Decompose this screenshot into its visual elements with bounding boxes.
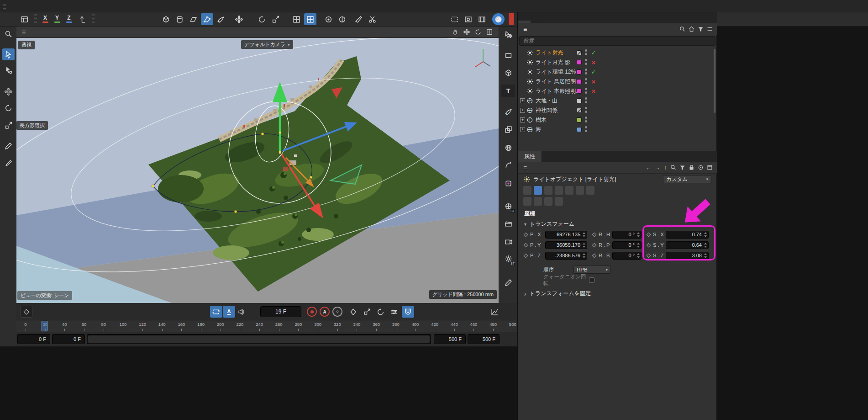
keyframe-dot[interactable] xyxy=(592,243,597,247)
spinner-icon[interactable] xyxy=(704,253,707,258)
lock-icon[interactable] xyxy=(687,163,696,172)
object-row[interactable]: + ライト 鳥居照明 × xyxy=(518,77,717,86)
rectangle-spline-icon[interactable] xyxy=(501,49,515,62)
spinner-icon[interactable] xyxy=(637,253,640,258)
visibility-dots[interactable] xyxy=(585,107,587,113)
selection-tool-label[interactable]: 長方形選択 xyxy=(16,121,48,130)
autokeying-button[interactable]: A xyxy=(320,307,330,317)
visibility-dots[interactable] xyxy=(585,88,587,94)
keyframe-dot[interactable] xyxy=(524,232,528,237)
red-bookmark-tab[interactable] xyxy=(509,13,514,25)
layer-color-chip[interactable] xyxy=(577,50,582,55)
attribute-tab[interactable] xyxy=(534,197,542,206)
timeline-range-track[interactable] xyxy=(87,334,431,344)
preset-dropdown[interactable]: カスタム▾ xyxy=(663,175,711,183)
layer-color-chip[interactable] xyxy=(577,60,582,65)
enable-state-icon[interactable]: × xyxy=(590,77,597,86)
plane-primitive-button[interactable] xyxy=(187,13,200,25)
camera-object-icon[interactable] xyxy=(501,235,515,248)
previous-key-button[interactable] xyxy=(125,306,137,318)
keyframe-dot[interactable] xyxy=(647,232,651,237)
camera-menu-icon[interactable]: ▾ xyxy=(288,43,290,47)
object-row[interactable]: + 海 xyxy=(518,125,717,134)
attribute-tab[interactable] xyxy=(523,186,531,195)
sound-toggle-button[interactable] xyxy=(236,306,248,318)
scale-tool-icon[interactable] xyxy=(269,13,282,25)
object-row[interactable]: + 大地・山 xyxy=(518,96,717,106)
search-icon[interactable] xyxy=(678,25,687,33)
spinner-icon[interactable] xyxy=(582,243,586,248)
object-row[interactable]: + 神社関係 xyxy=(518,106,717,115)
light-object-icon[interactable]: ST xyxy=(501,252,515,265)
enable-state-icon[interactable]: × xyxy=(590,58,597,67)
cube-primitive-button[interactable] xyxy=(160,13,172,25)
spinner-icon[interactable] xyxy=(704,243,707,248)
menu-icon[interactable]: ≡ xyxy=(521,164,530,171)
visibility-dots[interactable] xyxy=(585,78,587,84)
keyframe-dot[interactable] xyxy=(524,253,528,258)
move-tool-icon[interactable] xyxy=(2,85,15,97)
scale-field[interactable]: 0.64 xyxy=(666,241,709,249)
rotation-field[interactable]: 0 ° xyxy=(612,252,642,260)
go-to-end-button[interactable] xyxy=(194,306,206,318)
play-button[interactable] xyxy=(153,306,165,318)
enable-state-icon[interactable] xyxy=(590,125,597,134)
tweak-tool-icon[interactable] xyxy=(2,64,15,76)
history-back-icon[interactable]: ← xyxy=(644,165,653,171)
keyframe-dot[interactable] xyxy=(647,253,651,258)
expand-toggle[interactable]: + xyxy=(520,108,525,113)
preview-max-field[interactable]: 500 F xyxy=(434,334,466,344)
spline-pen-button[interactable] xyxy=(215,13,227,25)
cursor-plus-icon[interactable] xyxy=(501,28,515,41)
layer-color-chip[interactable] xyxy=(577,127,582,132)
current-frame-field[interactable]: 19 F xyxy=(260,306,301,317)
sky-object-icon[interactable]: ST xyxy=(501,200,515,213)
spline-pen-icon[interactable] xyxy=(501,105,515,118)
current-frame-marker[interactable] xyxy=(42,321,47,331)
render-settings-button[interactable] xyxy=(476,13,488,25)
keyframe-dot[interactable] xyxy=(524,243,528,247)
axis-modify-icon[interactable] xyxy=(76,13,88,25)
knife-tool-icon[interactable] xyxy=(352,13,365,25)
record-keyframe-button[interactable] xyxy=(307,307,317,317)
timeline-ruler[interactable]: 0204060801001201401601802002202402602803… xyxy=(16,320,517,332)
visibility-dots[interactable] xyxy=(585,117,587,122)
live-selection-tool[interactable] xyxy=(2,48,15,60)
brush-tool-icon[interactable] xyxy=(2,157,15,169)
hand-pan-icon[interactable] xyxy=(450,27,460,37)
spinner-icon[interactable] xyxy=(637,232,640,237)
enable-state-icon[interactable]: ✓ xyxy=(590,48,597,58)
layer-color-chip[interactable] xyxy=(577,79,582,84)
scale-tool-icon[interactable] xyxy=(2,119,15,131)
ring-select-icon[interactable] xyxy=(322,13,335,25)
cube-object-icon[interactable] xyxy=(501,66,515,79)
parent-object-icon[interactable]: ↑ xyxy=(662,165,668,171)
transform-group-header[interactable]: ▾ トランスフォーム xyxy=(524,220,574,228)
home-icon[interactable] xyxy=(687,25,696,33)
object-row[interactable]: + ライト月光 影 × xyxy=(518,58,717,67)
layer-color-chip[interactable] xyxy=(577,117,582,122)
expand-toggle[interactable]: + xyxy=(520,98,525,103)
record-position-toggle[interactable] xyxy=(347,306,359,318)
workplane-grid-icon[interactable] xyxy=(290,13,303,25)
field-object-icon[interactable] xyxy=(501,177,515,190)
projection-label[interactable]: 透視 xyxy=(18,41,35,49)
layout-button[interactable] xyxy=(18,13,31,25)
keyframe-settings-button[interactable] xyxy=(332,307,342,317)
render-view-button[interactable] xyxy=(462,13,474,25)
stage-object-icon[interactable] xyxy=(501,217,515,230)
interactive-render-button[interactable] xyxy=(492,13,505,25)
cloner-object-icon[interactable] xyxy=(501,123,515,136)
attribute-tab[interactable] xyxy=(555,186,563,195)
enable-state-icon[interactable] xyxy=(590,96,597,106)
viewport-menu-icon[interactable]: ≡ xyxy=(19,28,28,36)
object-row[interactable]: + ライト射光 ✓ xyxy=(518,48,717,58)
next-frame-button[interactable] xyxy=(166,306,179,318)
history-forward-icon[interactable]: → xyxy=(653,165,662,171)
split-tool-icon[interactable] xyxy=(366,13,379,25)
rotate-tool-icon[interactable] xyxy=(256,13,268,25)
object-search-field[interactable]: 検索 xyxy=(519,36,715,46)
paint-tool-icon[interactable] xyxy=(2,140,15,152)
enable-state-icon[interactable] xyxy=(590,106,597,115)
toggle-view-icon[interactable] xyxy=(484,27,494,37)
